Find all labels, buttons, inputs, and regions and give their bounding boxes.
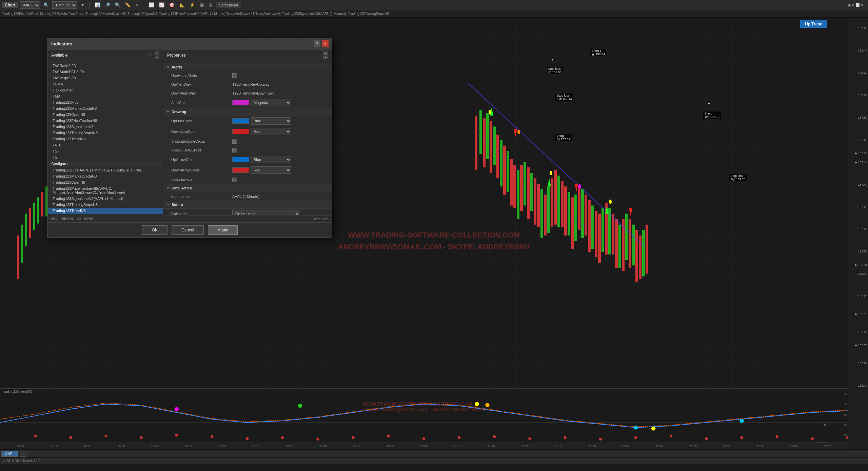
bar-type-icon[interactable]: 📊 <box>93 2 101 8</box>
use-audio-checkbox[interactable] <box>232 73 237 78</box>
available-Trading123PriceTrackerN8[interactable]: Trading123PriceTrackerN8 <box>48 118 163 124</box>
symbol-select[interactable]: AAPL <box>20 1 40 9</box>
up-arrow-color-swatch[interactable] <box>232 157 249 162</box>
scroll-up-arrow[interactable]: ▲ <box>155 52 159 55</box>
properties-label: Properties <box>167 53 186 58</box>
data-series-section-header[interactable]: ▼ Data Series <box>163 184 332 192</box>
available-TASStaticPCL2[interactable]: TASStaticPCL2.2D <box>48 69 163 75</box>
timeframe-down-icon[interactable]: ▼ <box>79 2 86 8</box>
configured-Trading123TrendN8[interactable]: Trading123TrendN8 <box>48 208 163 214</box>
template-link[interactable]: template <box>163 215 332 222</box>
down-arrow-color-swatch[interactable] <box>232 167 249 173</box>
available-Trading123MarketCycleN8[interactable]: Trading123MarketCycleN8 <box>48 105 163 111</box>
available-TMA[interactable]: TMA <box>48 93 163 99</box>
available-Trading123SignalLineN8[interactable]: Trading123SignalLineN8 <box>48 124 163 130</box>
svg-rect-5 <box>25 214 27 246</box>
setup-section-header[interactable]: ▼ Set up <box>163 201 332 209</box>
tool4-icon[interactable]: 📐 <box>178 2 186 8</box>
scale-70: 70 <box>844 392 847 395</box>
configured-label: Configured <box>48 160 163 167</box>
configured-Trading123TrailingStopsN8[interactable]: Trading123TrailingStopsN8 <box>48 202 163 208</box>
modal-close-button[interactable]: ✕ <box>322 40 329 47</box>
alert-color-row: Magenta <box>232 99 291 106</box>
add-action[interactable]: add <box>51 216 57 220</box>
time-2050: 20:50 <box>373 445 407 448</box>
down-action[interactable]: down <box>84 216 93 220</box>
tool2-icon[interactable]: 📈 <box>158 2 166 8</box>
timeframe-select[interactable]: 1 Minute <box>52 1 77 9</box>
modal-title: Indicators <box>51 41 72 46</box>
symbol-search-icon[interactable]: 🔍 <box>42 2 50 8</box>
ok-button[interactable]: OK <box>142 225 167 235</box>
prop-scroll-down[interactable]: ▼ <box>323 56 328 59</box>
down-line-color-select[interactable]: Red <box>251 128 291 135</box>
available-TSI[interactable]: TSI <box>48 154 163 160</box>
tool1-icon[interactable]: ⬜ <box>147 2 156 8</box>
tool5-icon[interactable]: ⚡ <box>188 2 196 8</box>
info-icon[interactable]: ⓘ <box>148 53 152 58</box>
price-156.40: 156.40 <box>858 272 867 275</box>
up-line-color-select[interactable]: Blue <box>251 117 291 125</box>
modal-help-button[interactable]: ? <box>314 40 320 47</box>
svg-rect-35 <box>524 162 526 206</box>
available-TickCounter[interactable]: Tick counter <box>48 87 163 93</box>
configured-Trading123MarketCycleN8[interactable]: Trading123MarketCycleN8 <box>48 173 163 179</box>
configured-Trading123OpenN8[interactable]: Trading123OpenN8 <box>48 179 163 185</box>
down-line-color-swatch[interactable] <box>232 129 249 134</box>
up-line-color-swatch[interactable] <box>232 118 249 124</box>
input-series-text: AAPL (1 Minute) <box>232 194 259 199</box>
available-Trading123Fibs[interactable]: Trading123Fibs <box>48 99 163 105</box>
price-156.54-highlight: ▶ 156.54 <box>855 263 867 267</box>
svg-rect-42 <box>547 186 550 233</box>
show-arrows-checkbox[interactable] <box>232 178 237 182</box>
cancel-button[interactable]: Cancel <box>172 225 204 235</box>
screenshot-button[interactable]: Screenshot <box>216 2 241 8</box>
show-zero-checkbox[interactable] <box>232 139 237 144</box>
svg-point-102 <box>599 438 602 441</box>
available-TASRatio2[interactable]: TASRatio2.2D <box>48 63 163 69</box>
scroll-down-arrow[interactable]: ▼ <box>155 56 159 59</box>
alert-color-select[interactable]: Magenta <box>251 99 291 106</box>
remove-action[interactable]: remove <box>61 216 73 220</box>
down-arrow-color-select[interactable]: Red <box>251 166 291 174</box>
tool3-icon[interactable]: 🎯 <box>168 2 176 8</box>
available-TRIX[interactable]: TRIX <box>48 142 163 148</box>
up-trend-button[interactable]: Up Trend <box>800 20 827 28</box>
modal-titlebar: Indicators ? ✕ <box>48 38 332 49</box>
prop-up-line-color: UpLineColor Blue <box>163 116 332 126</box>
available-TSF[interactable]: TSF <box>48 148 163 154</box>
configured-Trading123Fibs[interactable]: Trading123Fibs(AAPL (1 Minute),ETH,Auto,… <box>48 167 163 173</box>
up-action[interactable]: up <box>77 216 81 220</box>
cursor-icon[interactable]: ↖ <box>134 2 140 8</box>
draw-icon[interactable]: ✏️ <box>124 2 132 8</box>
svg-point-93 <box>281 436 284 439</box>
zoom-out-icon[interactable]: 🔍 <box>114 2 122 8</box>
alert-color-value: Magenta <box>232 99 329 106</box>
prop-scroll-up[interactable]: ▲ <box>323 52 328 55</box>
available-Trading123OpenN8[interactable]: Trading123OpenN8 <box>48 111 163 118</box>
available-Trading123TrendN8[interactable]: Trading123TrendN8 <box>48 136 163 142</box>
prop-use-audio-alerts: UseAudioAlerts <box>163 71 332 80</box>
drawing-section-header[interactable]: ▼ Drawing <box>163 108 332 116</box>
alerts-section-header[interactable]: ▼ Alerts <box>163 63 332 71</box>
up-arrow-value: Blue <box>232 156 329 163</box>
tool7-icon[interactable]: ▤ <box>207 2 214 8</box>
svg-point-80 <box>489 110 491 114</box>
available-header: Available ⓘ ▲ ▼ <box>48 49 163 61</box>
alert-color-swatch[interactable] <box>232 100 249 105</box>
tool6-icon[interactable]: ▦ <box>198 2 205 8</box>
up-arrow-color-select[interactable]: Blue <box>251 156 291 163</box>
zoom-in-icon[interactable]: 🔎 <box>103 2 112 8</box>
aapl-tab[interactable]: AAPL <box>1 451 18 457</box>
configured-section: Configured Trading123Fibs(AAPL (1 Minute… <box>48 160 163 214</box>
add-tab-button[interactable]: + <box>20 451 26 457</box>
apply-button[interactable]: Apply <box>208 225 238 235</box>
copyright-text: © 2018 NinjaTrader, LLC <box>3 459 40 463</box>
available-Trading123TrailingStopsN8[interactable]: Trading123TrailingStopsN8 <box>48 130 163 136</box>
available-TASVega2[interactable]: TASVega2.2D <box>48 75 163 81</box>
calculate-select[interactable]: On bar close On each tick <box>232 210 300 215</box>
configured-Trading123PriceTrackerN8[interactable]: Trading123PriceTrackerN8(AAPL (1 Minute)… <box>48 185 163 196</box>
show-obos-checkbox[interactable] <box>232 148 237 152</box>
available-TEMA[interactable]: TEMA <box>48 81 163 87</box>
configured-Trading123SignalLineN8[interactable]: Trading123SignalLineN8(AAPL (1 Minute)) <box>48 196 163 202</box>
